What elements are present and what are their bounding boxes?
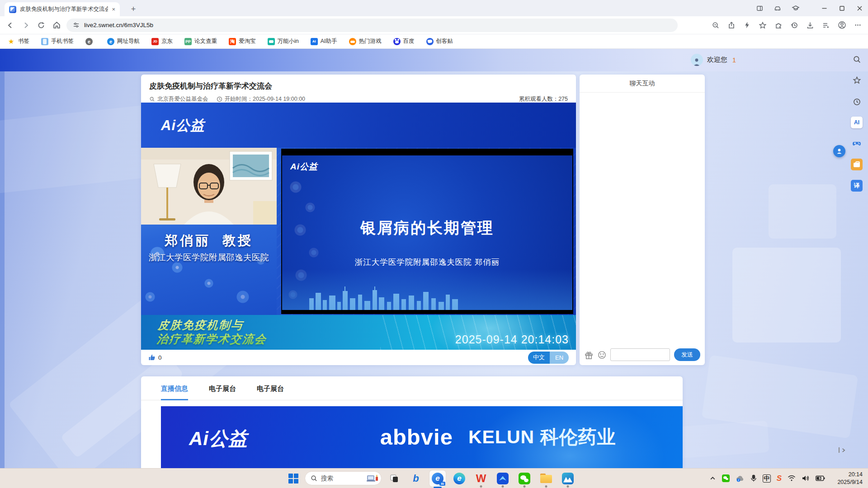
ime-indicator[interactable]: 中 xyxy=(763,474,771,483)
bookmark-ai-assistant[interactable]: AIAI助手 xyxy=(311,38,337,45)
e-browser-gray-icon: e xyxy=(85,38,93,45)
graduation-hat-icon[interactable] xyxy=(792,4,800,12)
e-browser-app-button-active[interactable]: eAI xyxy=(429,469,447,488)
battery-icon[interactable] xyxy=(816,475,825,481)
presenter-video[interactable] xyxy=(141,148,277,225)
new-tab-button[interactable]: + xyxy=(127,3,139,15)
wechat-app-button[interactable] xyxy=(515,469,533,488)
slide-subtitle: 浙江大学医学院附属邵逸夫医院 郑俏丽 xyxy=(282,257,572,267)
bookmark-e-gray[interactable]: e xyxy=(85,38,95,45)
bookmark-games[interactable]: 热门游戏 xyxy=(349,38,382,45)
favorite-star-icon[interactable] xyxy=(759,21,767,29)
like-button[interactable]: 0 xyxy=(148,354,162,361)
bookmark-taobao[interactable]: 淘爱淘宝 xyxy=(229,38,256,45)
edge-app-button[interactable]: e xyxy=(450,469,468,488)
profile-avatar-icon[interactable] xyxy=(838,21,846,29)
screen: 皮肤免疫机制与治疗革新学术交流会 × + live2.swnet.cn/6m3V… xyxy=(0,0,868,488)
wifi-icon[interactable] xyxy=(788,475,796,482)
sidebar-history-button[interactable] xyxy=(851,96,863,108)
start-time: 开始时间：2025-09-14 19:00:00 xyxy=(217,95,306,103)
sponsor-banner: Ai公益 abbvie KELUN 科伦药业 xyxy=(161,406,683,468)
reload-icon[interactable] xyxy=(37,21,45,29)
bookmark-jd[interactable]: JD京东 xyxy=(151,38,173,45)
zoom-page-icon[interactable] xyxy=(712,21,720,29)
lang-zh-button[interactable]: 中文 xyxy=(528,352,550,364)
video-player[interactable]: Ai公益 xyxy=(141,103,576,350)
volume-icon[interactable] xyxy=(802,475,810,482)
send-button[interactable]: 发送 xyxy=(674,348,700,361)
sidebar-favorites-button[interactable] xyxy=(851,74,863,86)
mountain-app-button[interactable] xyxy=(559,469,577,488)
window-minimize-icon[interactable] xyxy=(821,5,827,11)
download-icon[interactable] xyxy=(806,21,814,29)
bookmark-shuqian[interactable]: ★书签 xyxy=(8,38,29,46)
browser-menu-icon[interactable] xyxy=(854,21,862,29)
bookmark-nav[interactable]: e网址导航 xyxy=(107,38,140,45)
user-avatar[interactable] xyxy=(691,54,703,66)
back-icon[interactable] xyxy=(6,21,14,29)
extensions-icon[interactable] xyxy=(774,21,783,29)
window-close-icon[interactable] xyxy=(857,5,863,11)
sidebar-games-button[interactable] xyxy=(851,138,863,150)
tray-microphone-icon[interactable] xyxy=(750,474,757,482)
city-skyline xyxy=(282,286,572,310)
tab-booth-2[interactable]: 电子展台 xyxy=(257,385,284,400)
taskbar-search[interactable]: 搜索 xyxy=(305,471,382,485)
game-icon xyxy=(349,38,356,45)
bing-app-button[interactable]: b xyxy=(407,469,425,488)
presenter-panel: 郑俏丽 教授 浙江大学医学院附属邵逸夫医院 xyxy=(141,148,277,315)
tab-booth-1[interactable]: 电子展台 xyxy=(209,385,236,400)
slide-ai-gongyi-logo: Ai公益 xyxy=(290,161,318,173)
bookmark-mobile[interactable]: 手机书签 xyxy=(41,38,74,45)
welcome-text: 欢迎您 xyxy=(707,56,727,64)
sidebar-ai-button[interactable]: AI xyxy=(851,117,863,128)
reading-list-icon[interactable] xyxy=(822,21,830,29)
player-header: Ai公益 xyxy=(141,103,576,148)
history-icon[interactable] xyxy=(790,21,798,29)
tab-title: 皮肤免疫机制与治疗革新学术交流会 xyxy=(20,5,108,13)
bookmark-chuangkit[interactable]: 创客贴 xyxy=(426,38,453,45)
window-maximize-icon[interactable] xyxy=(839,5,845,11)
welcome-area: 欢迎您 1 xyxy=(691,54,736,66)
home-icon[interactable] xyxy=(52,21,61,29)
bookmark-baidu[interactable]: 百度 xyxy=(393,38,415,45)
sidebar-collapse-button[interactable] xyxy=(839,447,846,453)
tab-live-info[interactable]: 直播信息 xyxy=(161,385,188,400)
flash-plugin-icon[interactable] xyxy=(743,21,751,29)
share-icon[interactable] xyxy=(727,21,736,29)
webpage: 欢迎您 1 皮肤免疫机制与治疗革新学术交流会 北京吾爱公益基金会 开始时间：20… xyxy=(0,49,868,468)
taskbar-clock[interactable]: 20:14 2025/9/14 xyxy=(831,471,863,486)
phone-icon xyxy=(41,38,48,45)
split-screen-icon[interactable] xyxy=(756,5,764,12)
blue-app-button[interactable] xyxy=(494,469,512,488)
bookmark-paper-check[interactable]: PP论文查重 xyxy=(184,38,217,45)
url-bar[interactable]: live2.swnet.cn/6m3VJL5b xyxy=(66,19,678,32)
tray-wechat-icon[interactable] xyxy=(722,474,730,482)
tray-cloud-icon[interactable]: i xyxy=(736,475,745,482)
browser-tab[interactable]: 皮肤免疫机制与治疗革新学术交流会 × xyxy=(5,2,120,16)
ai-badge: AI xyxy=(439,482,445,486)
sidebar-search-button[interactable] xyxy=(851,53,863,65)
forward-icon[interactable] xyxy=(22,21,30,29)
sogou-icon[interactable]: S xyxy=(777,474,782,483)
emoji-icon[interactable] xyxy=(598,351,606,359)
floating-assistant-button[interactable] xyxy=(833,145,845,157)
welcome-count: 1 xyxy=(732,56,736,64)
sidebar-toolbox-button[interactable] xyxy=(851,159,863,170)
language-toggle: 中文 EN xyxy=(528,352,569,364)
start-button[interactable] xyxy=(286,469,301,488)
site-settings-icon[interactable] xyxy=(73,22,80,28)
chat-title: 聊天互动 xyxy=(580,75,705,93)
wps-app-button[interactable]: W xyxy=(472,469,490,488)
tray-expand-icon[interactable] xyxy=(709,475,716,482)
car-mode-icon[interactable] xyxy=(774,4,782,12)
file-explorer-button[interactable] xyxy=(537,469,555,488)
bookmark-wanneng[interactable]: 万能小in xyxy=(268,38,299,45)
lang-en-button[interactable]: EN xyxy=(550,352,569,364)
sidebar-translate-button[interactable]: 译 xyxy=(851,180,863,192)
gift-icon[interactable] xyxy=(584,350,594,360)
chat-input[interactable] xyxy=(610,348,670,361)
tab-close-icon[interactable]: × xyxy=(112,6,115,13)
task-view-button[interactable] xyxy=(385,469,403,488)
speaker-affiliation: 浙江大学医学院附属邵逸夫医院 xyxy=(141,252,277,263)
